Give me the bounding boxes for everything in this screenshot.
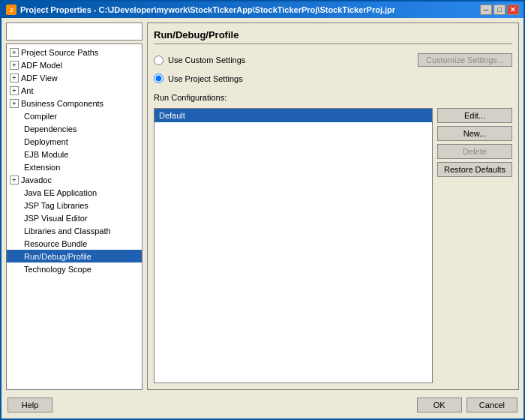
content-area: +Project Source Paths+ADF Model+ADF View…: [2, 18, 524, 418]
tree-item-label-adf-model: ADF Model: [21, 61, 62, 70]
delete-button[interactable]: Delete: [437, 144, 512, 159]
minimize-button[interactable]: ─: [480, 4, 492, 15]
tree-item-label-libraries-and-classpath: Libraries and Classpath: [24, 226, 111, 236]
run-config-area: Default Edit... New... Delete Restore De…: [154, 108, 512, 383]
right-panel: Run/Debug/Profile Use Custom Settings Cu…: [147, 22, 519, 390]
radio-custom[interactable]: [154, 56, 164, 65]
tree-item-label-extension: Extension: [24, 163, 60, 172]
new-button[interactable]: New...: [437, 126, 512, 141]
tree-item-libraries-and-classpath[interactable]: Libraries and Classpath: [7, 224, 142, 237]
tree-item-java-ee-application[interactable]: Java EE Application: [7, 186, 142, 199]
radio-custom-row: Use Custom Settings: [154, 55, 245, 66]
tree-item-resource-bundle[interactable]: Resource Bundle: [7, 237, 142, 250]
expand-icon-adf-view[interactable]: +: [10, 74, 19, 82]
tree-item-label-jsp-visual-editor: JSP Visual Editor: [24, 214, 88, 223]
main-window: J Project Properties - C:\JDeveloper\myw…: [0, 0, 525, 420]
config-list[interactable]: Default: [154, 108, 433, 383]
radio-project-label[interactable]: Use Project Settings: [168, 74, 243, 83]
restore-defaults-button[interactable]: Restore Defaults: [437, 162, 512, 177]
tree-item-label-dependencies: Dependencies: [24, 124, 76, 134]
tree-item-label-run-debug-profile: Run/Debug/Profile: [24, 252, 92, 261]
tree-item-label-ant: Ant: [21, 86, 34, 95]
search-input[interactable]: [10, 27, 139, 36]
expand-icon-adf-model[interactable]: +: [10, 61, 19, 70]
panel-title: Run/Debug/Profile: [154, 29, 512, 44]
search-box: [6, 22, 142, 40]
left-panel: +Project Source Paths+ADF Model+ADF View…: [6, 22, 142, 390]
tree-item-label-adf-view: ADF View: [21, 74, 58, 82]
bottom-bar: Help OK Cancel: [6, 394, 519, 414]
tree-item-project-source-paths[interactable]: +Project Source Paths: [7, 46, 142, 58]
window-icon: J: [6, 4, 16, 15]
ok-button[interactable]: OK: [417, 398, 462, 412]
radio-custom-label[interactable]: Use Custom Settings: [168, 56, 245, 64]
config-buttons: Edit... New... Delete Restore Defaults: [437, 108, 512, 383]
tree-item-dependencies[interactable]: Dependencies: [7, 122, 142, 135]
tree-item-deployment[interactable]: Deployment: [7, 135, 142, 148]
bottom-right: OK Cancel: [417, 398, 518, 412]
customize-settings-button[interactable]: Customize Settings...: [418, 53, 512, 67]
tree-item-compiler[interactable]: Compiler: [7, 110, 142, 122]
radio-project[interactable]: [154, 74, 164, 83]
tree-item-ant[interactable]: +Ant: [7, 84, 142, 97]
title-bar: J Project Properties - C:\JDeveloper\myw…: [2, 2, 524, 18]
tree-item-label-project-source-paths: Project Source Paths: [21, 48, 98, 57]
main-row: +Project Source Paths+ADF Model+ADF View…: [6, 22, 519, 390]
tree-item-ejb-module[interactable]: EJB Module: [7, 148, 142, 160]
radio-project-row: Use Project Settings: [154, 73, 512, 84]
tree-item-label-business-components: Business Components: [21, 99, 104, 108]
tree-item-label-jsp-tag-libraries: JSP Tag Libraries: [24, 201, 88, 210]
run-config-label: Run Configurations:: [154, 93, 512, 102]
tree-item-label-java-ee-application: Java EE Application: [24, 188, 97, 197]
title-buttons: ─ □ ✕: [480, 4, 519, 15]
tree-item-adf-model[interactable]: +ADF Model: [7, 58, 142, 71]
tree-item-jsp-tag-libraries[interactable]: JSP Tag Libraries: [7, 199, 142, 212]
tree-item-label-technology-scope: Technology Scope: [24, 265, 92, 274]
close-button[interactable]: ✕: [507, 4, 519, 15]
tree-item-javadoc[interactable]: +Javadoc: [7, 173, 142, 186]
window-title: Project Properties - C:\JDeveloper\mywor…: [20, 5, 395, 14]
tree-item-run-debug-profile[interactable]: Run/Debug/Profile: [7, 250, 142, 262]
tree-item-label-resource-bundle: Resource Bundle: [24, 239, 87, 248]
cancel-button[interactable]: Cancel: [466, 398, 518, 412]
tree-item-extension[interactable]: Extension: [7, 160, 142, 173]
maximize-button[interactable]: □: [494, 4, 506, 15]
tree-item-label-deployment: Deployment: [24, 137, 68, 146]
expand-icon-ant[interactable]: +: [10, 86, 19, 95]
tree-item-label-javadoc: Javadoc: [21, 176, 52, 184]
bottom-left: Help: [8, 398, 52, 412]
expand-icon-business-components[interactable]: +: [10, 99, 19, 108]
tree-item-business-components[interactable]: +Business Components: [7, 97, 142, 110]
edit-button[interactable]: Edit...: [437, 108, 512, 123]
tree-item-jsp-visual-editor[interactable]: JSP Visual Editor: [7, 212, 142, 224]
tree-item-technology-scope[interactable]: Technology Scope: [7, 262, 142, 275]
expand-icon-project-source-paths[interactable]: +: [10, 48, 19, 57]
expand-icon-javadoc[interactable]: +: [10, 176, 19, 184]
help-button[interactable]: Help: [8, 398, 52, 412]
title-bar-left: J Project Properties - C:\JDeveloper\myw…: [6, 4, 395, 15]
tree-item-label-compiler: Compiler: [24, 112, 57, 121]
tree-item-label-ejb-module: EJB Module: [24, 150, 68, 159]
tree-item-adf-view[interactable]: +ADF View: [7, 71, 142, 84]
config-item-default[interactable]: Default: [154, 109, 432, 122]
tree-panel: +Project Source Paths+ADF Model+ADF View…: [6, 44, 142, 390]
